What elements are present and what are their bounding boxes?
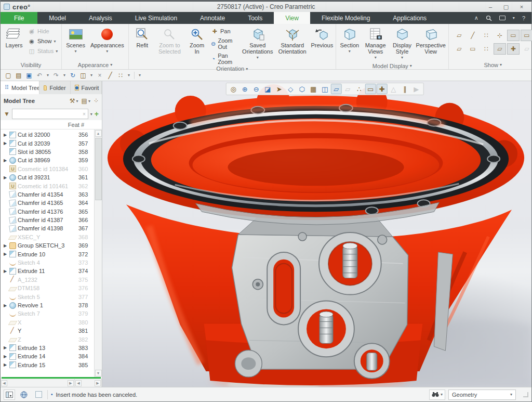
open-folder-icon[interactable]: ▤ <box>14 71 23 80</box>
tree-row[interactable]: ▶Extrude 15385 <box>2 361 94 369</box>
tree-row[interactable]: DTM158376 <box>2 284 94 292</box>
tree-row[interactable]: ▶Extrude 10372 <box>2 250 94 258</box>
display-style-dropdown-icon[interactable]: ▾ <box>401 55 403 61</box>
tree-row[interactable]: Y381 <box>2 327 94 335</box>
show-dropdown-icon[interactable]: ▾ <box>54 39 56 44</box>
scenes-button[interactable]: Scenes ▾ <box>64 25 87 56</box>
section-icon[interactable]: ▱ <box>331 84 342 94</box>
resume-icon[interactable]: ▶ <box>411 84 422 94</box>
tree-hscroll-left[interactable]: ◀▶ <box>1 379 75 387</box>
plane-display-alt-icon[interactable]: ▱ <box>453 43 466 55</box>
perspective-icon[interactable]: △ <box>388 84 399 94</box>
tree-row[interactable]: Cosmetic id 101384360 <box>2 165 94 173</box>
filter-dropdown-icon[interactable]: ▾ <box>90 112 92 116</box>
tree-row[interactable]: A_1232375 <box>2 276 94 284</box>
tree-row[interactable]: ▶Extrude 14384 <box>2 352 94 360</box>
tree-filter-input[interactable] <box>15 111 83 117</box>
csys-display-icon[interactable]: ⊹ <box>494 30 506 41</box>
plane-display-icon[interactable]: ▱ <box>453 30 466 41</box>
tree-row[interactable]: Chamfer id 41354363 <box>2 190 94 199</box>
navigator-tab-model-tree[interactable]: ⠿Model Tree <box>1 81 39 94</box>
spin-center-icon[interactable]: ✚ <box>507 43 520 55</box>
expand-arrow-icon[interactable]: ▶ <box>3 269 8 274</box>
regenerate-dropdown-icon[interactable]: ▾ <box>89 71 94 80</box>
maximize-button[interactable]: ▢ <box>499 3 513 11</box>
tree-vertical-scrollbar[interactable]: ▲ ▼ <box>94 129 102 377</box>
customize-toolbar-icon[interactable]: ▾ <box>137 71 142 80</box>
expand-arrow-icon[interactable]: ▶ <box>3 133 8 137</box>
perspective-view-button[interactable]: Perspective View <box>415 25 446 56</box>
screen-icon[interactable] <box>499 16 506 20</box>
selection-filter-dropdown[interactable]: Geometry ▾ <box>448 390 516 400</box>
point-dropdown-icon[interactable]: ▾ <box>126 71 131 80</box>
scenes-dropdown-icon[interactable]: ▾ <box>75 48 77 55</box>
manage-views-icon[interactable]: ▦ <box>308 84 319 94</box>
help-icon[interactable]: ? <box>522 15 525 21</box>
csys-tag-icon[interactable]: ▱ <box>494 43 506 55</box>
tree-row[interactable]: ▶Group SKETCH_3369 <box>2 241 94 250</box>
undo-icon[interactable]: ↶ <box>35 71 44 80</box>
zoom-in-icon[interactable]: ⊕ <box>240 84 250 94</box>
find-tool[interactable]: ▾ <box>429 390 445 400</box>
tree-row[interactable]: Z382 <box>2 335 94 343</box>
tree-hscroll-right[interactable]: ◀▶ <box>75 379 102 387</box>
tree-row[interactable]: Cosmetic id 101461362 <box>2 181 94 190</box>
expand-arrow-icon[interactable]: ▶ <box>3 362 8 367</box>
point-tag-icon[interactable]: ∷ <box>480 43 493 55</box>
point-display-icon[interactable]: ∷ <box>480 30 493 41</box>
expand-arrow-icon[interactable]: ▶ <box>3 345 8 350</box>
tree-row[interactable]: Slot id 38055358 <box>2 148 94 156</box>
navigator-tab-folder[interactable]: Folder <box>39 81 70 94</box>
more-dropdown-icon[interactable]: ▾ <box>513 16 515 20</box>
regenerate-icon[interactable]: ↻ <box>68 71 77 80</box>
tag-display-icon[interactable]: ▭ <box>365 84 376 94</box>
tree-row[interactable]: Sketch 5377 <box>2 292 94 301</box>
tree-row[interactable]: X380 <box>2 318 94 327</box>
zoom-to-selected-button[interactable]: Zoom to Selected <box>155 25 184 56</box>
graphics-area[interactable]: ◎⊕⊖◪➤◇⬡▦◫▱▱∴▭✚△∥▶ <box>102 81 531 387</box>
3d-model-viewport[interactable] <box>102 81 531 387</box>
tree-row[interactable]: Sketch 4373 <box>2 258 94 267</box>
axis-display-icon[interactable]: ╱ <box>467 30 479 41</box>
scroll-up-icon[interactable]: ▲ <box>95 130 102 137</box>
shading-icon[interactable]: ➤ <box>274 84 285 94</box>
tree-row[interactable]: ▶Extrude 11374 <box>2 267 94 275</box>
pause-icon[interactable]: ∥ <box>400 84 410 94</box>
scroll-down-icon[interactable]: ▼ <box>95 370 102 377</box>
tab-analysis[interactable]: Analysis <box>77 12 124 24</box>
point-toggle-icon[interactable]: ∷ <box>116 71 125 80</box>
tree-row[interactable]: ▶Cut id 38969359 <box>2 156 94 164</box>
navigator-toggle-icon[interactable] <box>4 390 15 400</box>
axis-tag-alt-icon[interactable]: ▭ <box>467 43 479 55</box>
tree-row[interactable]: Chamfer id 41376365 <box>2 208 94 216</box>
minimize-button[interactable]: – <box>484 3 497 11</box>
annotation-display-icon[interactable]: ▱ <box>521 43 532 55</box>
scroll-thumb[interactable] <box>95 138 102 200</box>
navigator-tab-favorit[interactable]: Favorit <box>71 81 102 94</box>
pan-zoom-button[interactable]: ◔Pan Zoom <box>209 52 236 66</box>
tree-tools-icon[interactable]: ⚒▾ <box>70 97 78 105</box>
tree-row[interactable]: Sketch 7379 <box>2 309 94 318</box>
web-browser-icon[interactable] <box>18 390 30 400</box>
tree-row[interactable]: ▶Cut id 39231361 <box>2 173 94 181</box>
expand-arrow-icon[interactable]: ▶ <box>3 303 8 308</box>
manage-views-dropdown-icon[interactable]: ▾ <box>375 55 377 61</box>
expand-arrow-icon[interactable]: ▶ <box>3 175 8 180</box>
resize-grip[interactable] <box>523 392 528 397</box>
display-style-icon[interactable]: ◇ <box>285 84 296 94</box>
tab-annotate[interactable]: Annotate <box>189 12 236 24</box>
expand-arrow-icon[interactable]: ▶ <box>3 141 8 146</box>
undo-dropdown-icon[interactable]: ▾ <box>45 71 50 80</box>
blank-panel-icon[interactable] <box>33 390 44 400</box>
tree-search-icon[interactable]: ⁘ <box>94 97 99 105</box>
saved-orientations-icon[interactable]: ⬡ <box>297 84 308 94</box>
refit-icon[interactable]: ◎ <box>228 84 239 94</box>
search-icon[interactable] <box>486 15 492 21</box>
plane-tag-icon[interactable]: ▭ <box>507 30 520 41</box>
tree-row[interactable]: ▶Cut id 32000356 <box>2 131 94 139</box>
datum-display-icon[interactable]: ▱ <box>342 84 353 94</box>
tree-row[interactable]: ▶Revolve 1378 <box>2 301 94 309</box>
tab-view[interactable]: View <box>274 12 310 24</box>
pan-button[interactable]: ✚Pan <box>209 27 236 35</box>
tab-file[interactable]: File <box>1 12 37 24</box>
